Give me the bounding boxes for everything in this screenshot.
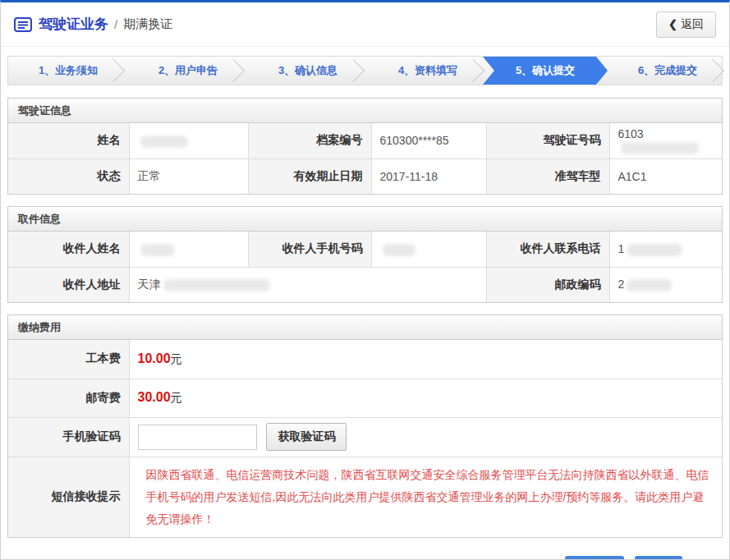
- step-tab-6[interactable]: 6、完成提交: [608, 57, 728, 85]
- fees-section: 缴纳费用 工本费 10.00元 邮寄费 30.00元 手机验证码 获取验证码 短…: [7, 314, 723, 538]
- vehicle-class-label: 准驾车型: [486, 158, 609, 194]
- sms-code-label: 手机验证码: [8, 417, 129, 457]
- table-row: 状态 正常 有效期止日期 2017-11-18 准驾车型 A1C1: [8, 158, 722, 194]
- page-title: 驾驶证业务: [39, 15, 108, 34]
- redacted-value: [621, 142, 699, 154]
- file-number-value: 610300****85: [371, 123, 486, 158]
- license-list-icon: [14, 17, 32, 32]
- recipient-mobile-label: 收件人手机号码: [248, 232, 371, 267]
- license-section-title: 驾驶证信息: [8, 99, 722, 123]
- sms-code-input[interactable]: [138, 425, 257, 450]
- license-number-label: 驾驶证号码: [486, 123, 609, 158]
- work-fee-amount: 10.00: [138, 351, 171, 365]
- status-label: 状态: [8, 158, 129, 194]
- pickup-info-section: 取件信息 收件人姓名 收件人手机号码 收件人联系电话 1 收件人地址 天津 邮政…: [7, 206, 723, 303]
- expiry-value: 2017-11-18: [371, 158, 486, 194]
- finish-button[interactable]: 完成: [635, 556, 682, 560]
- step-tab-5-active[interactable]: 5、确认提交: [483, 57, 608, 85]
- name-label: 姓名: [8, 123, 129, 158]
- mail-fee-label: 邮寄费: [8, 379, 129, 417]
- step-separator-chevron-icon: [461, 59, 484, 82]
- pickup-section-title: 取件信息: [8, 207, 722, 232]
- page: 驾驶证业务 / 期满换证 ❮返回 1、业务须知 2、用户申告 3、确认信息 4、…: [0, 0, 730, 560]
- sms-notice-label: 短信接收提示: [8, 457, 129, 537]
- recipient-mobile-value: [371, 232, 486, 267]
- breadcrumb-current: 期满换证: [123, 16, 172, 32]
- step-separator-chevron-icon: [342, 59, 365, 82]
- currency-unit: 元: [171, 391, 182, 404]
- recipient-phone-text: 1: [618, 242, 625, 255]
- fees-section-title: 缴纳费用: [8, 315, 722, 340]
- step-tab-3[interactable]: 3、确认信息: [248, 57, 368, 85]
- table-row: 邮寄费 30.00元: [8, 379, 722, 417]
- sms-code-cell: 获取验证码: [129, 417, 722, 457]
- footer-actions: 上一步 完成: [1, 549, 729, 560]
- step-tab-4[interactable]: 4、资料填写: [368, 57, 488, 85]
- back-button-label: 返回: [681, 17, 704, 30]
- step-tab-1[interactable]: 1、业务须知: [8, 57, 128, 85]
- zip-code-value: 2: [609, 267, 722, 302]
- table-row: 收件人地址 天津 邮政编码 2: [8, 267, 722, 302]
- step-separator-chevron-icon: [701, 59, 724, 82]
- sms-notice-cell: 因陕西省联通、电信运营商技术问题，陕西省互联网交通安全综合服务管理平台无法向持陕…: [129, 457, 722, 537]
- redacted-value: [163, 279, 270, 291]
- recipient-address-text: 天津: [138, 278, 161, 291]
- step-separator-chevron-icon: [102, 59, 125, 82]
- mail-fee-amount: 30.00: [138, 390, 171, 404]
- recipient-name-label: 收件人姓名: [8, 232, 129, 267]
- step-tab-label: 3、确认信息: [278, 63, 337, 78]
- redacted-value: [627, 244, 682, 256]
- redacted-value: [140, 135, 188, 148]
- mail-fee-value: 30.00元: [129, 379, 722, 417]
- file-number-label: 档案编号: [248, 123, 371, 158]
- table-row: 手机验证码 获取验证码: [8, 417, 722, 457]
- recipient-address-value: 天津: [129, 267, 486, 302]
- license-info-table: 姓名 档案编号 610300****85 驾驶证号码 6103 状态 正常 有效…: [8, 123, 722, 194]
- redacted-value: [627, 279, 672, 291]
- recipient-name-value: [129, 232, 248, 267]
- previous-step-button[interactable]: 上一步: [565, 556, 624, 560]
- license-info-section: 驾驶证信息 姓名 档案编号 610300****85 驾驶证号码 6103 状态…: [7, 98, 723, 195]
- step-wizard-bar: 1、业务须知 2、用户申告 3、确认信息 4、资料填写 5、确认提交 6、完成提…: [7, 56, 723, 85]
- chevron-left-icon: ❮: [668, 18, 677, 30]
- recipient-phone-label: 收件人联系电话: [486, 232, 609, 267]
- step-tab-label: 4、资料填写: [398, 63, 457, 78]
- license-number-value: 6103: [609, 123, 722, 158]
- step-separator-chevron-icon: [222, 59, 245, 82]
- table-row: 收件人姓名 收件人手机号码 收件人联系电话 1: [8, 232, 722, 267]
- redacted-value: [140, 244, 175, 256]
- back-button[interactable]: ❮返回: [656, 11, 716, 38]
- recipient-phone-value: 1: [609, 232, 722, 267]
- zip-code-text: 2: [618, 278, 625, 291]
- sms-notice-text: 因陕西省联通、电信运营商技术问题，陕西省互联网交通安全综合服务管理平台无法向持陕…: [138, 457, 723, 537]
- work-fee-value: 10.00元: [129, 340, 722, 379]
- step-tab-label: 5、确认提交: [516, 63, 575, 78]
- step-tab-2[interactable]: 2、用户申告: [128, 57, 248, 85]
- step-tab-label: 2、用户申告: [158, 63, 218, 78]
- fees-table: 工本费 10.00元 邮寄费 30.00元 手机验证码 获取验证码 短信接收提示…: [8, 340, 722, 537]
- pickup-info-table: 收件人姓名 收件人手机号码 收件人联系电话 1 收件人地址 天津 邮政编码 2: [8, 232, 722, 302]
- get-sms-code-button[interactable]: 获取验证码: [266, 423, 347, 451]
- step-tab-label: 1、业务须知: [39, 63, 98, 78]
- work-fee-label: 工本费: [8, 340, 129, 379]
- step-tab-label: 6、完成提交: [638, 63, 697, 78]
- table-row: 姓名 档案编号 610300****85 驾驶证号码 6103: [8, 123, 722, 158]
- currency-unit: 元: [171, 352, 182, 365]
- vehicle-class-value: A1C1: [609, 158, 722, 194]
- table-row: 短信接收提示 因陕西省联通、电信运营商技术问题，陕西省互联网交通安全综合服务管理…: [8, 457, 722, 537]
- table-row: 工本费 10.00元: [8, 340, 722, 379]
- name-value: [129, 123, 248, 158]
- recipient-address-label: 收件人地址: [8, 267, 129, 302]
- page-header: 驾驶证业务 / 期满换证 ❮返回: [1, 2, 729, 47]
- breadcrumb-separator: /: [114, 17, 117, 31]
- license-number-text: 6103: [618, 127, 644, 140]
- status-value: 正常: [129, 158, 248, 194]
- zip-code-label: 邮政编码: [486, 267, 609, 302]
- redacted-value: [383, 244, 416, 256]
- expiry-label: 有效期止日期: [248, 158, 371, 194]
